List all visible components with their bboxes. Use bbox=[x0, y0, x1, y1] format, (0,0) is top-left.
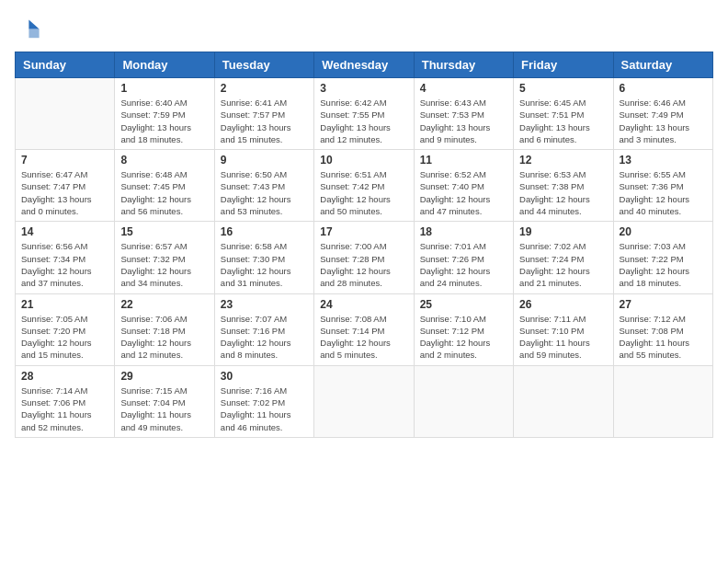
day-number: 9 bbox=[221, 154, 308, 167]
day-number: 7 bbox=[21, 154, 108, 167]
day-info: Sunrise: 6:40 AM Sunset: 7:59 PM Dayligh… bbox=[120, 97, 208, 145]
calendar-cell: 7Sunrise: 6:47 AM Sunset: 7:47 PM Daylig… bbox=[16, 150, 115, 222]
logo-icon bbox=[15, 15, 40, 40]
day-number: 12 bbox=[519, 154, 607, 167]
calendar-cell: 6Sunrise: 6:46 AM Sunset: 7:49 PM Daylig… bbox=[613, 78, 712, 150]
calendar-cell: 20Sunrise: 7:03 AM Sunset: 7:22 PM Dayli… bbox=[613, 222, 712, 293]
day-info: Sunrise: 7:07 AM Sunset: 7:16 PM Dayligh… bbox=[221, 313, 308, 362]
calendar-week-row: 28Sunrise: 7:14 AM Sunset: 7:06 PM Dayli… bbox=[16, 365, 713, 437]
calendar-cell: 10Sunrise: 6:51 AM Sunset: 7:42 PM Dayli… bbox=[314, 150, 414, 222]
day-info: Sunrise: 7:15 AM Sunset: 7:04 PM Dayligh… bbox=[120, 385, 208, 433]
calendar-cell: 25Sunrise: 7:10 AM Sunset: 7:12 PM Dayli… bbox=[414, 293, 513, 365]
day-number: 1 bbox=[120, 82, 208, 95]
day-number: 21 bbox=[21, 298, 108, 311]
day-info: Sunrise: 6:45 AM Sunset: 7:51 PM Dayligh… bbox=[519, 97, 607, 145]
day-info: Sunrise: 6:53 AM Sunset: 7:38 PM Dayligh… bbox=[519, 168, 607, 217]
calendar-cell: 22Sunrise: 7:06 AM Sunset: 7:18 PM Dayli… bbox=[115, 293, 214, 365]
day-info: Sunrise: 7:10 AM Sunset: 7:12 PM Dayligh… bbox=[420, 313, 507, 362]
calendar-cell: 12Sunrise: 6:53 AM Sunset: 7:38 PM Dayli… bbox=[514, 150, 613, 222]
day-number: 18 bbox=[420, 225, 507, 238]
day-info: Sunrise: 6:56 AM Sunset: 7:34 PM Dayligh… bbox=[21, 240, 108, 289]
day-number: 6 bbox=[620, 82, 707, 95]
day-number: 24 bbox=[320, 298, 407, 311]
calendar-cell: 3Sunrise: 6:42 AM Sunset: 7:55 PM Daylig… bbox=[314, 78, 414, 150]
logo bbox=[15, 15, 44, 40]
calendar-cell: 1Sunrise: 6:40 AM Sunset: 7:59 PM Daylig… bbox=[115, 78, 214, 150]
day-info: Sunrise: 6:57 AM Sunset: 7:32 PM Dayligh… bbox=[120, 240, 208, 289]
day-info: Sunrise: 7:03 AM Sunset: 7:22 PM Dayligh… bbox=[620, 240, 707, 289]
header-wednesday: Wednesday bbox=[314, 52, 414, 78]
day-info: Sunrise: 7:00 AM Sunset: 7:28 PM Dayligh… bbox=[320, 240, 407, 289]
calendar-cell bbox=[414, 365, 513, 437]
day-info: Sunrise: 6:43 AM Sunset: 7:53 PM Dayligh… bbox=[420, 97, 507, 145]
day-number: 29 bbox=[120, 370, 208, 383]
day-info: Sunrise: 7:14 AM Sunset: 7:06 PM Dayligh… bbox=[21, 385, 108, 433]
calendar-cell: 11Sunrise: 6:52 AM Sunset: 7:40 PM Dayli… bbox=[414, 150, 513, 222]
calendar-cell: 21Sunrise: 7:05 AM Sunset: 7:20 PM Dayli… bbox=[16, 293, 115, 365]
day-info: Sunrise: 7:11 AM Sunset: 7:10 PM Dayligh… bbox=[519, 313, 607, 362]
calendar-cell: 26Sunrise: 7:11 AM Sunset: 7:10 PM Dayli… bbox=[514, 293, 613, 365]
day-number: 28 bbox=[21, 370, 108, 383]
day-number: 19 bbox=[519, 225, 607, 238]
day-info: Sunrise: 7:01 AM Sunset: 7:26 PM Dayligh… bbox=[420, 240, 507, 289]
calendar-week-row: 21Sunrise: 7:05 AM Sunset: 7:20 PM Dayli… bbox=[16, 293, 713, 365]
day-number: 3 bbox=[320, 82, 407, 95]
day-info: Sunrise: 6:55 AM Sunset: 7:36 PM Dayligh… bbox=[620, 168, 707, 217]
calendar-cell: 27Sunrise: 7:12 AM Sunset: 7:08 PM Dayli… bbox=[613, 293, 712, 365]
calendar-cell: 30Sunrise: 7:16 AM Sunset: 7:02 PM Dayli… bbox=[214, 365, 313, 437]
day-number: 27 bbox=[620, 298, 707, 311]
day-number: 25 bbox=[420, 298, 507, 311]
day-info: Sunrise: 7:02 AM Sunset: 7:24 PM Dayligh… bbox=[519, 240, 607, 289]
calendar-cell: 23Sunrise: 7:07 AM Sunset: 7:16 PM Dayli… bbox=[214, 293, 313, 365]
day-info: Sunrise: 6:51 AM Sunset: 7:42 PM Dayligh… bbox=[320, 168, 407, 217]
day-info: Sunrise: 6:42 AM Sunset: 7:55 PM Dayligh… bbox=[320, 97, 407, 145]
calendar-cell: 16Sunrise: 6:58 AM Sunset: 7:30 PM Dayli… bbox=[214, 222, 313, 293]
day-number: 20 bbox=[620, 225, 707, 238]
header-thursday: Thursday bbox=[414, 52, 513, 78]
svg-marker-1 bbox=[28, 29, 39, 38]
calendar-cell: 8Sunrise: 6:48 AM Sunset: 7:45 PM Daylig… bbox=[115, 150, 214, 222]
day-number: 16 bbox=[221, 225, 308, 238]
calendar-cell: 24Sunrise: 7:08 AM Sunset: 7:14 PM Dayli… bbox=[314, 293, 414, 365]
calendar-week-row: 14Sunrise: 6:56 AM Sunset: 7:34 PM Dayli… bbox=[16, 222, 713, 293]
calendar-cell: 28Sunrise: 7:14 AM Sunset: 7:06 PM Dayli… bbox=[16, 365, 115, 437]
calendar-cell: 18Sunrise: 7:01 AM Sunset: 7:26 PM Dayli… bbox=[414, 222, 513, 293]
calendar-cell: 4Sunrise: 6:43 AM Sunset: 7:53 PM Daylig… bbox=[414, 78, 513, 150]
day-number: 13 bbox=[620, 154, 707, 167]
day-number: 23 bbox=[221, 298, 308, 311]
day-number: 11 bbox=[420, 154, 507, 167]
day-number: 10 bbox=[320, 154, 407, 167]
calendar-cell: 19Sunrise: 7:02 AM Sunset: 7:24 PM Dayli… bbox=[514, 222, 613, 293]
header-tuesday: Tuesday bbox=[214, 52, 313, 78]
svg-marker-0 bbox=[28, 20, 39, 29]
day-number: 5 bbox=[519, 82, 607, 95]
header-sunday: Sunday bbox=[16, 52, 115, 78]
day-number: 30 bbox=[221, 370, 308, 383]
day-info: Sunrise: 7:06 AM Sunset: 7:18 PM Dayligh… bbox=[120, 313, 208, 362]
calendar-header-row: SundayMondayTuesdayWednesdayThursdayFrid… bbox=[16, 52, 713, 78]
day-info: Sunrise: 6:50 AM Sunset: 7:43 PM Dayligh… bbox=[221, 168, 308, 217]
calendar-cell bbox=[613, 365, 712, 437]
day-number: 14 bbox=[21, 225, 108, 238]
calendar-cell bbox=[514, 365, 613, 437]
calendar-week-row: 7Sunrise: 6:47 AM Sunset: 7:47 PM Daylig… bbox=[16, 150, 713, 222]
calendar-cell: 29Sunrise: 7:15 AM Sunset: 7:04 PM Dayli… bbox=[115, 365, 214, 437]
header-monday: Monday bbox=[115, 52, 214, 78]
day-number: 2 bbox=[221, 82, 308, 95]
calendar-cell: 17Sunrise: 7:00 AM Sunset: 7:28 PM Dayli… bbox=[314, 222, 414, 293]
day-info: Sunrise: 7:05 AM Sunset: 7:20 PM Dayligh… bbox=[21, 313, 108, 362]
day-info: Sunrise: 6:58 AM Sunset: 7:30 PM Dayligh… bbox=[221, 240, 308, 289]
day-number: 22 bbox=[120, 298, 208, 311]
day-number: 17 bbox=[320, 225, 407, 238]
calendar-cell bbox=[16, 78, 115, 150]
day-info: Sunrise: 6:41 AM Sunset: 7:57 PM Dayligh… bbox=[221, 97, 308, 145]
day-number: 8 bbox=[120, 154, 208, 167]
calendar-cell: 2Sunrise: 6:41 AM Sunset: 7:57 PM Daylig… bbox=[214, 78, 313, 150]
day-info: Sunrise: 7:16 AM Sunset: 7:02 PM Dayligh… bbox=[221, 385, 308, 433]
calendar-cell bbox=[314, 365, 414, 437]
day-info: Sunrise: 6:52 AM Sunset: 7:40 PM Dayligh… bbox=[420, 168, 507, 217]
calendar-week-row: 1Sunrise: 6:40 AM Sunset: 7:59 PM Daylig… bbox=[16, 78, 713, 150]
calendar-cell: 14Sunrise: 6:56 AM Sunset: 7:34 PM Dayli… bbox=[16, 222, 115, 293]
day-number: 26 bbox=[519, 298, 607, 311]
header-friday: Friday bbox=[514, 52, 613, 78]
